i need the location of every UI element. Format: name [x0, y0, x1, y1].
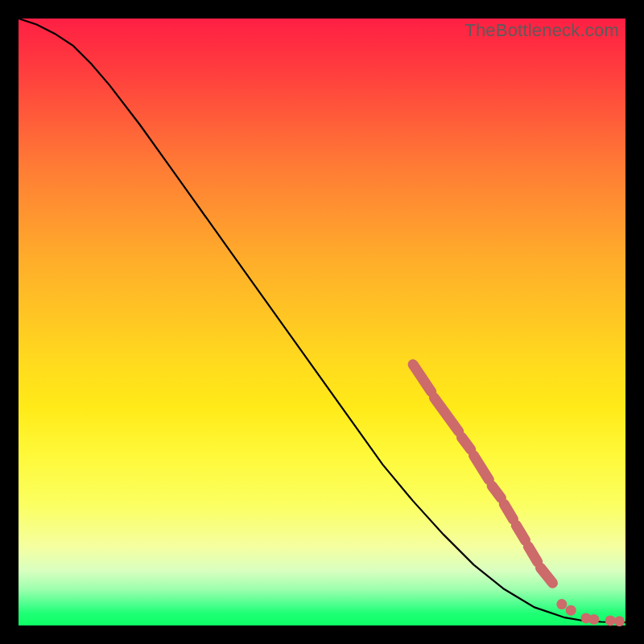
marker-segments: [413, 365, 552, 583]
marker-segment: [528, 547, 537, 562]
bottleneck-curve: [19, 19, 625, 622]
marker-dots: [556, 599, 625, 626]
marker-dot: [605, 615, 616, 625]
marker-segment: [540, 568, 552, 583]
marker-segment: [461, 437, 470, 449]
marker-segment: [516, 526, 525, 541]
marker-segment: [492, 486, 501, 498]
marker-dot: [556, 599, 567, 609]
marker-dot: [588, 614, 599, 625]
marker-segment: [504, 504, 513, 519]
marker-dot: [566, 605, 576, 616]
marker-segment: [434, 398, 458, 431]
marker-segment: [474, 456, 489, 480]
chart-frame: TheBottleneck.com: [0, 0, 644, 644]
marker-segment: [413, 365, 431, 392]
marker-dot: [614, 616, 625, 626]
chart-svg: [19, 19, 625, 625]
plot-area: TheBottleneck.com: [19, 19, 625, 625]
